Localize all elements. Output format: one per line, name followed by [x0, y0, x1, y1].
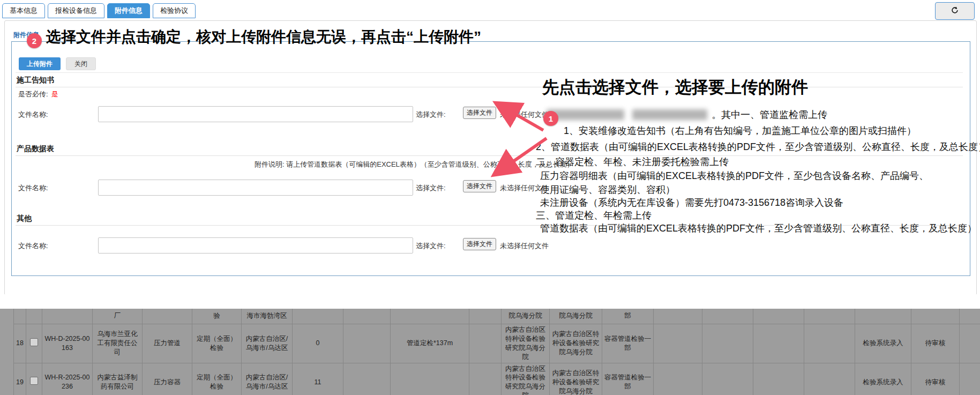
instruction-line-5: 压力容器明细表（由可编辑的EXCEL表格转换的PDF文件，至少包含设备名称、产品…	[540, 169, 929, 182]
tab-strip: 基本信息 报检设备信息 附件信息 检验协议	[2, 3, 196, 18]
cell-org-2: 内蒙古自治区特种设备检验研究院乌海分院	[550, 363, 602, 395]
cell-org-2: 院乌海分院	[550, 309, 602, 324]
annotation-step2-text: 选择文件并点击确定，核对上传附件信息无误，再点击“上传附件”	[46, 27, 481, 47]
redacted-text	[632, 109, 707, 120]
cell-request-id	[42, 309, 93, 324]
choose-file-button-1[interactable]: 选择文件	[463, 107, 496, 119]
inspection-request-table: 厂 验 海市海勃湾区 院乌海分院 院乌海分院 部 18	[13, 309, 980, 395]
tab-basic-info[interactable]: 基本信息	[2, 3, 45, 18]
table-cell-empty	[702, 363, 753, 395]
tab-bar: 基本信息 报检设备信息 附件信息 检验协议	[0, 0, 980, 20]
file-name-label-2: 文件名称:	[18, 183, 48, 193]
attachment-note: 附件说明: 请上传管道数据表（可编辑的EXCEL表格）（至少含管道级别、公称直径…	[255, 160, 574, 169]
cell-inspection-type: 验	[192, 309, 242, 324]
cell-count	[293, 309, 343, 324]
cell-row-num: 19	[14, 363, 26, 395]
required-value: 是	[51, 90, 58, 98]
page-gap	[0, 294, 980, 309]
cell-status	[911, 309, 960, 324]
no-file-text-3: 未选择任何文件	[500, 241, 549, 251]
file-name-input-1[interactable]	[98, 106, 413, 122]
cell-row-num	[14, 309, 26, 324]
file-name-label-1: 文件名称:	[18, 110, 48, 120]
refresh-button[interactable]	[935, 2, 975, 20]
table-row: 厂 验 海市海勃湾区 院乌海分院 院乌海分院 部	[14, 309, 980, 324]
choose-file-label-3: 选择文件:	[416, 241, 446, 251]
table-cell-empty	[469, 324, 502, 363]
tab-inspection-agreement[interactable]: 检验协议	[153, 3, 196, 18]
row-checkbox[interactable]	[30, 377, 38, 385]
instruction-line-4: 二、容器定检、年检、未注册委托检验需上传	[536, 155, 729, 168]
file-name-input-3[interactable]	[98, 237, 413, 254]
refresh-icon	[950, 5, 960, 17]
cell-status: 待审核	[911, 363, 960, 395]
table-cell-empty	[26, 309, 42, 324]
table-cell-empty	[804, 363, 855, 395]
cell-device-type: 压力容器	[143, 363, 192, 395]
choose-file-label-1: 选择文件:	[416, 110, 446, 120]
cell-count: 11	[293, 363, 343, 395]
cell-count: 0	[293, 324, 343, 363]
table-cell-empty	[753, 324, 804, 363]
table-cell-empty	[960, 324, 980, 363]
cell-checkbox[interactable]	[26, 363, 42, 395]
tab-attachment-info[interactable]: 附件信息	[107, 3, 150, 18]
attachment-panel: 附件信息 上传附件 关闭 施工告知书 是否必传:是 文件名称: 选择文件: 选择…	[4, 20, 977, 295]
cell-entry-source: 检验系统录入	[855, 363, 911, 395]
instruction-line-3: 2、管道数据表（由可编辑的EXCEL表格转换的PDF文件，至少含管道级别、公称直…	[536, 140, 980, 153]
upload-attachment-button[interactable]: 上传附件	[19, 57, 61, 70]
cell-region: 内蒙古自治区/乌海市/乌达区	[242, 363, 293, 395]
choose-file-button-3[interactable]: 选择文件	[463, 238, 496, 250]
cell-device-type	[143, 309, 192, 324]
cell-region: 海市海勃湾区	[242, 309, 293, 324]
section-underline	[16, 87, 963, 87]
table-cell-empty	[702, 324, 753, 363]
close-button[interactable]: 关闭	[66, 57, 96, 70]
cell-checkbox[interactable]	[26, 324, 42, 363]
table-cell-empty	[343, 363, 391, 395]
table-cell-empty	[960, 309, 980, 324]
table-cell-empty	[753, 309, 804, 324]
table-cell-empty	[343, 309, 391, 324]
cell-inspection-type: 定期（全面）检验	[192, 363, 242, 395]
instruction-line-6: 使用证编号、容器类别、容积）	[540, 183, 675, 196]
table-cell-empty	[960, 363, 980, 395]
table-row: 19 WH-R-2025-00236 内蒙古益泽制药有限公司 压力容器 定期（全…	[14, 363, 980, 395]
choose-file-label-2: 选择文件:	[416, 183, 446, 193]
instruction-line-9: 管道数据表（由可编辑的EXCEL表格转换的PDF文件，至少含管道级别、公称直径、…	[540, 222, 977, 235]
cell-org-1: 内蒙古自治区特种设备检验研究院乌海分院	[502, 324, 550, 363]
table-cell-empty	[804, 324, 855, 363]
table-cell-empty	[654, 363, 702, 395]
cell-company: 厂	[93, 309, 143, 324]
section-title-product-data-sheet: 产品数据表	[17, 144, 54, 154]
cell-entry-source: 检验系统录入	[855, 324, 911, 363]
cell-region: 内蒙古自治区/乌海市/乌达区	[242, 324, 293, 363]
instruction-line-1: 。其中一、管道监检需上传	[712, 108, 827, 121]
table-cell-empty	[654, 309, 702, 324]
cell-request-id: WH-R-2025-00236	[42, 363, 93, 395]
table-cell-empty	[654, 324, 702, 363]
cell-org-2: 内蒙古自治区特种设备检验研究院乌海分院	[550, 324, 602, 363]
cell-company: 内蒙古益泽制药有限公司	[93, 363, 143, 395]
no-file-text-1: 未选择任何文件	[500, 110, 549, 120]
divider	[16, 72, 963, 73]
tab-equipment-info[interactable]: 报检设备信息	[48, 3, 104, 18]
cell-remark	[391, 363, 469, 395]
choose-file-button-2[interactable]: 选择文件	[463, 180, 496, 192]
annotation-step2-badge: 2	[27, 33, 42, 48]
table-row: 18 WH-D-2025-00163 乌海市兰亚化工有限责任公司 压力管道 定期…	[14, 324, 980, 363]
instruction-line-7: 未注册设备（系统内无在库设备）需要先打0473-3156718咨询录入设备	[540, 196, 843, 209]
cell-remark	[391, 309, 469, 324]
cell-device-type: 压力管道	[143, 324, 192, 363]
row-checkbox[interactable]	[30, 338, 38, 346]
section-title-other: 其他	[17, 214, 32, 223]
cell-entry-source	[855, 309, 911, 324]
cell-request-id: WH-D-2025-00163	[42, 324, 93, 363]
cell-department: 容器管道检验一部	[602, 363, 654, 395]
cell-org-1: 院乌海分院	[502, 309, 550, 324]
file-name-input-2[interactable]	[98, 180, 413, 196]
cell-org-1: 内蒙古自治区特种设备检验研究院乌海分院	[502, 363, 550, 395]
table-cell-empty	[469, 363, 502, 395]
file-name-label-3: 文件名称:	[18, 241, 48, 251]
annotation-step1-badge: 1	[543, 111, 558, 126]
